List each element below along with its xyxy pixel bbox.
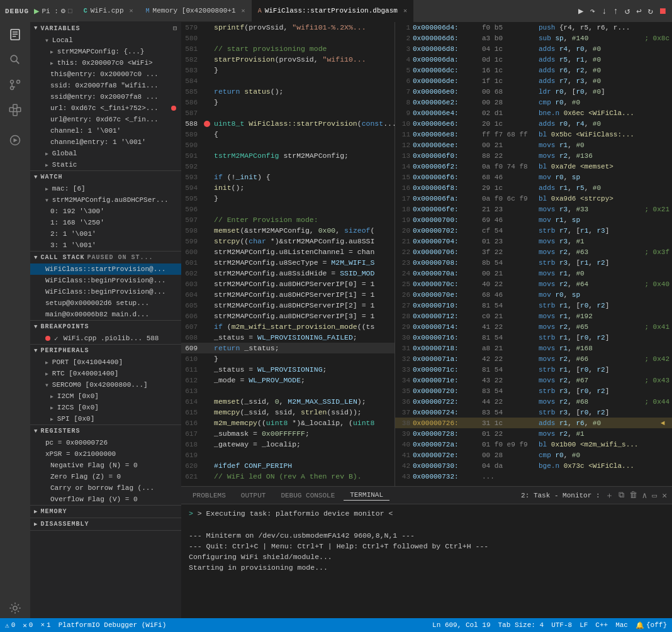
- tab-close-asm[interactable]: ✕: [403, 7, 407, 14]
- tab-asm[interactable]: A WiFiClass::startProvision.dbgasm ✕: [252, 0, 413, 22]
- close-terminal-icon[interactable]: ✕: [662, 491, 667, 501]
- reg-carry[interactable]: Carry or borrow flag (...: [30, 482, 181, 494]
- callstack-item-3[interactable]: setup@0x000002d6 setup...: [30, 297, 181, 309]
- var-url-entry[interactable]: url@entry: 0xd67c <_fin...: [30, 114, 181, 125]
- line-content: strM2MAPConfig.au8DHCPServerIP[0] = 1: [211, 280, 395, 288]
- extensions-icon[interactable]: [8, 103, 23, 118]
- watch-dhcp-1[interactable]: 1: 168 '\250': [30, 217, 181, 228]
- tab-terminal[interactable]: TERMINAL: [344, 490, 389, 501]
- watch-dhcp-3[interactable]: 3: 1 '\001': [30, 240, 181, 251]
- language-item[interactable]: C++: [595, 621, 608, 629]
- search-icon[interactable]: [8, 52, 23, 67]
- periph-sercom[interactable]: ▼ SERCOM0 [0x42000800...]: [30, 379, 181, 391]
- periph-rtc[interactable]: ▶ RTC [0x40001400]: [30, 368, 181, 379]
- platformio-item[interactable]: PlatformIO Debugger (WiFi): [59, 621, 167, 629]
- tab-problems[interactable]: PROBLEMS: [186, 491, 232, 501]
- tab-output[interactable]: OUTPUT: [235, 491, 272, 501]
- stop-button[interactable]: ⏹: [658, 6, 667, 16]
- registers-header[interactable]: ▼ REGISTERS: [30, 425, 181, 437]
- watch-header[interactable]: ▼ WATCH: [30, 171, 181, 183]
- asm-index: 36: [398, 398, 413, 406]
- reg-pc[interactable]: pc = 0x00000726: [30, 437, 181, 448]
- tab-close-memory[interactable]: ✕: [242, 7, 245, 14]
- ln-col-item[interactable]: Ln 609, Col 19: [432, 621, 490, 629]
- split-terminal-icon[interactable]: ⧉: [619, 491, 624, 500]
- tab-size-item[interactable]: Tab Size: 4: [498, 621, 544, 629]
- asm-addr: 0x00000724:: [413, 409, 482, 416]
- step-into-button[interactable]: ↓: [600, 5, 608, 18]
- asm-line: 290x00000714:41 22movs r2, #65; 0x41: [395, 321, 672, 332]
- variables-header[interactable]: ▼ VARIABLES ⊟: [30, 22, 181, 35]
- debug-icon[interactable]: [8, 133, 23, 148]
- static-group[interactable]: ▶ Static: [30, 159, 181, 170]
- terminal-text: --- Miniterm on /dev/cu.usbmodemFA142 96…: [189, 531, 415, 540]
- global-chevron: ▶: [45, 151, 48, 157]
- settings-icon[interactable]: □: [68, 8, 72, 15]
- var-channel-entry[interactable]: channel@entry: 1 '\001': [30, 136, 181, 148]
- collapse-all-icon[interactable]: ⊟: [173, 25, 177, 32]
- terminal-content[interactable]: > > Executing task: platformio device mo…: [181, 504, 672, 618]
- tab-wifi-cpp[interactable]: C WiFi.cpp ✕: [77, 0, 140, 22]
- watch-mac[interactable]: ▶ mac: [6]: [30, 183, 181, 194]
- peripherals-header[interactable]: ▼ PERIPHERALS: [30, 345, 181, 357]
- var-this-entry[interactable]: this@entry: 0x200007c0 ...: [30, 69, 181, 80]
- redo-button[interactable]: ↻: [647, 4, 654, 18]
- gear-icon[interactable]: ⚙: [61, 6, 65, 16]
- line-number: 582: [181, 56, 203, 64]
- debug-count-item[interactable]: × 1: [40, 621, 50, 629]
- var-strM2MAP[interactable]: ▶ strM2MAPConfig: {...}: [30, 46, 181, 57]
- errors-item[interactable]: ✕ 0: [23, 621, 33, 629]
- continue-button[interactable]: ▶: [577, 4, 585, 18]
- restart-button[interactable]: ↺: [624, 4, 631, 18]
- var-this[interactable]: ▶ this: 0x200007c0 <WiFi>: [30, 57, 181, 69]
- reg-zero[interactable]: Zero Flag (Z) = 0: [30, 471, 181, 482]
- global-group[interactable]: ▶ Global: [30, 148, 181, 159]
- step-out-button[interactable]: ↑: [612, 5, 619, 18]
- var-channel[interactable]: channel: 1 '\001': [30, 125, 181, 136]
- breakpoints-header[interactable]: ▼ BREAKPOINTS: [30, 321, 181, 333]
- notification-item[interactable]: 🔔 {off}: [636, 621, 667, 629]
- line-ending-item[interactable]: LF: [580, 621, 588, 629]
- periph-spi[interactable]: ▶ SPI [0x0]: [30, 413, 181, 424]
- periph-port[interactable]: ▶ PORT [0x41004400]: [30, 357, 181, 368]
- reg-xpsr[interactable]: xPSR = 0x21000000: [30, 448, 181, 460]
- var-ssid-entry[interactable]: ssid@entry: 0x20007fa8 ...: [30, 91, 181, 103]
- platform-item[interactable]: Mac: [615, 621, 628, 629]
- watch-dhcp-2[interactable]: 2: 1 '\001': [30, 228, 181, 240]
- source-control-icon[interactable]: [8, 77, 23, 92]
- chevron-up-icon[interactable]: ∧: [642, 491, 647, 501]
- undo-button[interactable]: ↩: [635, 4, 642, 18]
- var-ssid[interactable]: ssid: 0x20007fa8 "wifi1...: [30, 80, 181, 91]
- tab-close-wifi[interactable]: ✕: [130, 7, 133, 14]
- disassembly-header[interactable]: ▶ DISASSEMBLY: [30, 518, 181, 530]
- callstack-item-4[interactable]: main@0x00006b82 main.d...: [30, 309, 181, 320]
- asm-line: 410x0000072e:00 28cmp r0, #0: [395, 450, 672, 460]
- breakpoint-item-0[interactable]: ✓ WiFi.cpp .piolib... 588: [30, 333, 181, 344]
- code-editor[interactable]: 579 sprintf(provSsid, "wifi101-%.2X%... …: [181, 22, 395, 486]
- explorer-icon[interactable]: [8, 27, 23, 42]
- local-group[interactable]: ▼ Local: [30, 35, 181, 46]
- callstack-item-0[interactable]: WiFiClass::startProvision@...: [30, 263, 181, 275]
- reg-negative[interactable]: Negative Flag (N) = 0: [30, 460, 181, 471]
- callstack-item-2[interactable]: WiFiClass::beginProvision@...: [30, 286, 181, 297]
- callstack-header[interactable]: ▼ CALL STACK PAUSED ON ST...: [30, 252, 181, 263]
- memory-header[interactable]: ▶ MEMORY: [30, 506, 181, 518]
- asm-instruction: movs r2, #67: [539, 377, 644, 384]
- encoding-item[interactable]: UTF-8: [551, 621, 572, 629]
- step-over-button[interactable]: ↷: [588, 4, 596, 18]
- play-button[interactable]: ▶: [34, 6, 39, 16]
- watch-dhcp[interactable]: ▼ strM2MAPConfig.au8DHCPSer...: [30, 194, 181, 206]
- watch-dhcp-0[interactable]: 0: 192 '\300': [30, 206, 181, 217]
- periph-i2cm[interactable]: ▶ I2CM [0x0]: [30, 391, 181, 402]
- periph-i2cs[interactable]: ▶ I2CS [0x0]: [30, 402, 181, 413]
- var-url[interactable]: url: 0xd67c <_fini+752>...: [30, 103, 181, 114]
- warnings-item[interactable]: ⚠ 0: [5, 621, 15, 629]
- settings-icon[interactable]: [8, 601, 23, 616]
- trash-terminal-icon[interactable]: 🗑: [629, 491, 637, 500]
- tab-debug-console[interactable]: DEBUG CONSOLE: [274, 491, 341, 501]
- add-terminal-icon[interactable]: ＋: [605, 490, 613, 501]
- maximize-terminal-icon[interactable]: ▭: [652, 491, 657, 501]
- reg-overflow[interactable]: Overflow Flag (V) = 0: [30, 494, 181, 505]
- callstack-item-1[interactable]: WiFiClass::beginProvision@...: [30, 275, 181, 286]
- tab-memory[interactable]: M Memory [0x42000800+1 ✕: [140, 0, 252, 22]
